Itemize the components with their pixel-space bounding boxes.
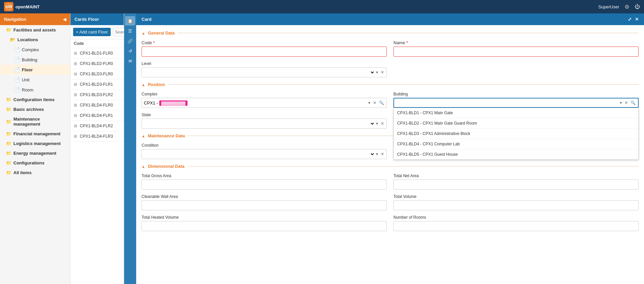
sidebar-label-config: Configuration items [13,97,55,102]
sidebar-item-basic-archives[interactable]: 📁 Basic archives [0,104,70,114]
list-item[interactable]: ⊞ CPX1-BLD1-FLR0 [70,48,124,59]
sidebar-item-maintenance[interactable]: 📁 Maintenance management [0,114,70,129]
sidebar-item-complex[interactable]: 📄 Complex [0,45,70,55]
card-code: CPX1-BLD4-FLR3 [80,134,113,139]
name-input[interactable] [393,47,639,57]
list-item[interactable]: ⊞ CPX1-BLD4-FLR0 [70,100,124,111]
sidebar-item-financial[interactable]: 📁 Financial management [0,129,70,139]
building-select-wrapper[interactable]: ▾ ✕ 🔍 [393,98,639,108]
history-tool-button[interactable]: ↺ [125,46,135,56]
folder-icon-facilities: 📁 [6,27,11,32]
list-item[interactable]: ⊞ CPX1-BLD3-FLR1 [70,79,124,90]
total-volume-input[interactable] [393,200,639,210]
building-label: Building [393,92,639,96]
building-option-bld1[interactable]: CPX1-BLD1 - CPX1 Main Gate [394,108,638,118]
list-tool-button[interactable]: ☰ [125,26,135,36]
building-option-bld2[interactable]: CPX1-BLD2 - CPX1 Main Gate Guard Room [394,118,638,129]
cards-panel-header: Cards Floor [70,13,124,25]
sidebar-item-config[interactable]: 📁 Configuration items [0,95,70,104]
sidebar-item-logistics[interactable]: 📁 Logistics management [0,139,70,148]
email-tool-button[interactable]: ✉ [125,56,135,66]
add-card-button[interactable]: + Add card Floor [73,28,111,36]
condition-dropdown-btn[interactable]: ▾ [375,151,379,157]
sidebar: Navigation ◀ 📁 Facilities and assets 📂 L… [0,13,70,284]
list-item[interactable]: ⊞ CPX1-BLD3-FLR2 [70,90,124,100]
maintenance-chevron[interactable]: ▲ [142,134,145,138]
card-code: CPX1-BLD3-FLR1 [80,82,113,87]
complex-clear-btn[interactable]: ✕ [372,100,377,106]
code-input[interactable] [142,47,387,57]
form-area: Card ⤢ ✕ ▲ General Data Code * [136,13,644,284]
list-item[interactable]: ⊞ CPX1-BLD4-FLR2 [70,121,124,131]
sidebar-collapse-arrow[interactable]: ◀ [63,17,66,22]
building-select-input[interactable] [394,99,619,106]
building-option-bld5[interactable]: CPX1-BLD5 - CPX1 Guest House [394,149,638,159]
building-option-bld4[interactable]: CPX1-BLD4 - CPX1 Computer Lab [394,139,638,149]
list-item[interactable]: ⊞ CPX1-BLD4-FLR3 [70,131,124,142]
folder-icon-all: 📁 [6,170,11,175]
sidebar-label-building: Building [22,57,37,62]
total-heated-volume-input[interactable] [142,221,387,231]
doc-icon-unit: 📄 [14,77,20,82]
level-dropdown-btn[interactable]: ▾ [375,69,379,75]
level-select-controls: ▾ ✕ [375,69,386,75]
folder-icon-configurations: 📁 [6,160,11,165]
level-row: Level ▾ ✕ [142,61,639,77]
sidebar-item-configurations[interactable]: 📁 Configurations [0,158,70,168]
sidebar-item-locations[interactable]: 📂 Locations [0,35,70,45]
building-search-btn[interactable]: 🔍 [630,100,637,106]
cards-panel: Cards Floor + Add card Floor Code ⊞ CPX1… [70,13,124,284]
sidebar-item-all-items[interactable]: 📁 All items [0,168,70,178]
logout-icon[interactable]: ⏻ [635,4,640,10]
settings-icon[interactable]: ⚙ [625,4,629,10]
complex-highlight: ▓▓▓▓▓▓▓▓▓ [159,100,187,106]
building-dropdown-btn[interactable]: ▾ [619,100,623,106]
state-dropdown-btn[interactable]: ▾ [375,121,379,127]
level-select[interactable] [142,68,375,76]
sidebar-header: Navigation ◀ [0,13,70,25]
sidebar-item-floor[interactable]: 📄 Floor [0,65,70,75]
state-select[interactable] [142,120,375,128]
complex-search-btn[interactable]: 🔍 [378,100,385,106]
total-gross-area-input[interactable] [142,180,387,190]
maximize-icon[interactable]: ⤢ [628,17,632,22]
folder-icon-logistics: 📁 [6,141,11,146]
number-of-rooms-label: Number of Rooms [393,215,639,220]
list-item[interactable]: ⊞ CPX1-BLD2-FLR0 [70,59,124,69]
number-of-rooms-input[interactable] [393,221,639,231]
list-item[interactable]: ⊞ CPX1-BLD4-FLR1 [70,111,124,121]
building-clear-btn[interactable]: ✕ [624,100,629,106]
total-net-area-input[interactable] [393,180,639,190]
position-chevron[interactable]: ▲ [142,83,145,87]
dimensional-chevron[interactable]: ▲ [142,164,145,168]
sidebar-item-energy[interactable]: 📁 Energy management [0,148,70,158]
edit-tool-button[interactable]: 📋 [125,16,135,25]
expand-icon: ⊞ [74,134,77,139]
condition-select[interactable] [142,150,375,158]
attach-tool-button[interactable]: 🔗 [125,36,135,46]
condition-select-wrapper: ▾ ✕ [142,149,387,159]
level-field: Level ▾ ✕ [142,61,387,77]
sidebar-label-facilities: Facilities and assets [13,27,56,32]
sidebar-item-facilities[interactable]: 📁 Facilities and assets [0,25,70,35]
general-data-chevron[interactable]: ▲ [142,31,145,35]
main-layout: Navigation ◀ 📁 Facilities and assets 📂 L… [0,13,644,284]
level-clear-btn[interactable]: ✕ [380,69,385,75]
sidebar-item-room[interactable]: 📄 Room [0,85,70,95]
building-option-bld3[interactable]: CPX1-BLD3 - CPX1 Administrative Block [394,129,638,139]
cleanable-wall-area-field: Cleanable Wall Area [142,194,387,210]
sidebar-item-building[interactable]: 📄 Building [0,55,70,65]
close-icon[interactable]: ✕ [635,17,639,22]
expand-icon: ⊞ [74,51,77,56]
name-label: Name * [393,40,639,45]
sidebar-label-room: Room [22,87,34,92]
state-clear-btn[interactable]: ✕ [380,121,385,127]
complex-dropdown-btn[interactable]: ▾ [367,100,371,106]
condition-clear-btn[interactable]: ✕ [380,151,385,157]
building-dropdown: CPX1-BLD1 - CPX1 Main Gate CPX1-BLD2 - C… [393,108,639,160]
cleanable-wall-area-input[interactable] [142,200,387,210]
card-code: CPX1-BLD3-FLR2 [80,92,113,97]
sidebar-item-unit[interactable]: 📄 Unit [0,75,70,85]
expand-icon: ⊞ [74,72,77,76]
list-item[interactable]: ⊞ CPX1-BLD3-FLR0 [70,69,124,79]
